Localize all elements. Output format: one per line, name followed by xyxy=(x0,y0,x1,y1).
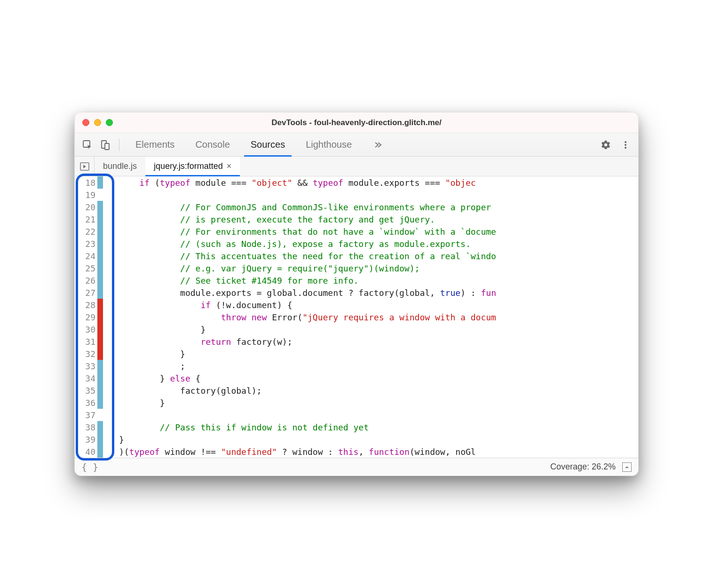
navigator-toggle-icon[interactable] xyxy=(75,157,95,176)
coverage-marker xyxy=(97,176,103,189)
code-line: } xyxy=(119,433,638,445)
drawer-toggle-icon[interactable] xyxy=(622,462,632,472)
coverage-marker xyxy=(97,250,103,262)
code-line: throw new Error("jQuery requires a windo… xyxy=(119,311,638,323)
line-number[interactable]: 19 xyxy=(75,190,97,200)
titlebar: DevTools - foul-heavenly-direction.glitc… xyxy=(75,112,638,133)
maximize-window-button[interactable] xyxy=(106,119,113,126)
code-line: if (typeof module === "object" && typeof… xyxy=(119,176,638,189)
line-number[interactable]: 30 xyxy=(75,325,97,334)
coverage-status: Coverage: 26.2% xyxy=(550,462,616,472)
close-tab-icon[interactable]: × xyxy=(227,161,232,171)
coverage-marker xyxy=(97,274,103,286)
line-number[interactable]: 34 xyxy=(75,373,97,383)
file-tab-jquery[interactable]: jquery.js:formatted × xyxy=(145,157,240,176)
gutter: 18 19 20 21 22 23 24 25 26 27 28 29 30 3… xyxy=(75,176,103,458)
coverage-marker xyxy=(97,372,103,384)
line-number[interactable]: 21 xyxy=(75,215,97,224)
code-line: // e.g. var jQuery = require("jquery")(w… xyxy=(119,262,638,274)
coverage-marker xyxy=(97,189,103,201)
file-tab-label: jquery.js:formatted xyxy=(154,161,223,171)
tab-more-icon[interactable] xyxy=(362,133,392,156)
svg-point-4 xyxy=(625,144,626,146)
code-line: } xyxy=(119,323,638,335)
devtools-window: DevTools - foul-heavenly-direction.glitc… xyxy=(74,112,639,476)
line-number[interactable]: 37 xyxy=(75,410,97,420)
close-window-button[interactable] xyxy=(82,119,89,126)
coverage-marker xyxy=(97,348,103,360)
line-number[interactable]: 27 xyxy=(75,288,97,298)
coverage-marker xyxy=(97,323,103,335)
line-number[interactable]: 28 xyxy=(75,300,97,310)
code-line: // Pass this if window is not defined ye… xyxy=(119,421,638,433)
code-line: // For CommonJS and CommonJS-like enviro… xyxy=(119,201,638,213)
coverage-marker xyxy=(97,213,103,225)
code-line: // See ticket #14549 for more info. xyxy=(119,274,638,286)
line-number[interactable]: 26 xyxy=(75,276,97,286)
coverage-marker xyxy=(97,433,103,445)
tab-console[interactable]: Console xyxy=(185,133,240,156)
window-controls xyxy=(82,119,113,126)
code-line: } else { xyxy=(119,372,638,384)
coverage-marker xyxy=(97,335,103,348)
code-line: // For environments that do not have a `… xyxy=(119,225,638,238)
line-number[interactable]: 25 xyxy=(75,263,97,273)
tab-lighthouse[interactable]: Lighthouse xyxy=(295,133,362,156)
file-tab-bar: bundle.js jquery.js:formatted × xyxy=(75,157,638,176)
line-number[interactable]: 38 xyxy=(75,422,97,432)
code-line: } xyxy=(119,397,638,409)
code-line: // (such as Node.js), expose a factory a… xyxy=(119,238,638,250)
tab-elements[interactable]: Elements xyxy=(125,133,185,156)
code-line: // is present, execute the factory and g… xyxy=(119,213,638,225)
svg-point-5 xyxy=(625,147,626,149)
coverage-marker xyxy=(97,299,103,311)
coverage-marker xyxy=(97,311,103,323)
line-number[interactable]: 36 xyxy=(75,398,97,408)
line-number[interactable]: 40 xyxy=(75,447,97,457)
code-editor: 18 19 20 21 22 23 24 25 26 27 28 29 30 3… xyxy=(75,176,638,458)
minimize-window-button[interactable] xyxy=(94,119,101,126)
main-toolbar: Elements Console Sources Lighthouse xyxy=(75,133,638,157)
svg-rect-2 xyxy=(105,143,109,150)
coverage-marker xyxy=(97,286,103,299)
coverage-marker xyxy=(97,201,103,213)
statusbar: { } Coverage: 26.2% xyxy=(75,458,638,476)
code-content[interactable]: if (typeof module === "object" && typeof… xyxy=(103,176,638,458)
code-line: return factory(w); xyxy=(119,335,638,348)
line-number[interactable]: 22 xyxy=(75,227,97,237)
code-line: )(typeof window !== "undefined" ? window… xyxy=(119,445,638,458)
window-title: DevTools - foul-heavenly-direction.glitc… xyxy=(271,118,441,127)
pretty-print-icon[interactable]: { } xyxy=(81,461,98,473)
line-number[interactable]: 35 xyxy=(75,386,97,396)
code-line: } xyxy=(119,348,638,360)
code-line xyxy=(119,409,638,421)
code-line: module.exports = global.document ? facto… xyxy=(119,286,638,299)
kebab-menu-icon[interactable] xyxy=(618,137,634,153)
line-number[interactable]: 31 xyxy=(75,337,97,347)
file-tab-bundle[interactable]: bundle.js xyxy=(95,157,145,176)
line-number[interactable]: 23 xyxy=(75,239,97,249)
coverage-marker xyxy=(97,360,103,372)
line-number[interactable]: 20 xyxy=(75,202,97,212)
code-line: // This accentuates the need for the cre… xyxy=(119,250,638,262)
settings-gear-icon[interactable] xyxy=(598,137,614,153)
code-line xyxy=(119,189,638,201)
coverage-marker xyxy=(97,409,103,421)
code-line: factory(global); xyxy=(119,384,638,397)
line-number[interactable]: 33 xyxy=(75,361,97,371)
main-tab-strip: Elements Console Sources Lighthouse xyxy=(125,133,596,156)
file-tab-label: bundle.js xyxy=(103,161,137,171)
line-number[interactable]: 32 xyxy=(75,349,97,359)
coverage-marker xyxy=(97,262,103,274)
coverage-marker xyxy=(97,421,103,433)
device-toolbar-icon[interactable] xyxy=(97,137,113,153)
coverage-marker xyxy=(97,238,103,250)
line-number[interactable]: 29 xyxy=(75,312,97,322)
tab-sources[interactable]: Sources xyxy=(240,133,295,156)
svg-point-3 xyxy=(625,141,626,143)
line-number[interactable]: 39 xyxy=(75,435,97,445)
line-number[interactable]: 18 xyxy=(75,178,97,188)
coverage-marker xyxy=(97,397,103,409)
line-number[interactable]: 24 xyxy=(75,251,97,261)
inspect-element-icon[interactable] xyxy=(79,137,95,153)
